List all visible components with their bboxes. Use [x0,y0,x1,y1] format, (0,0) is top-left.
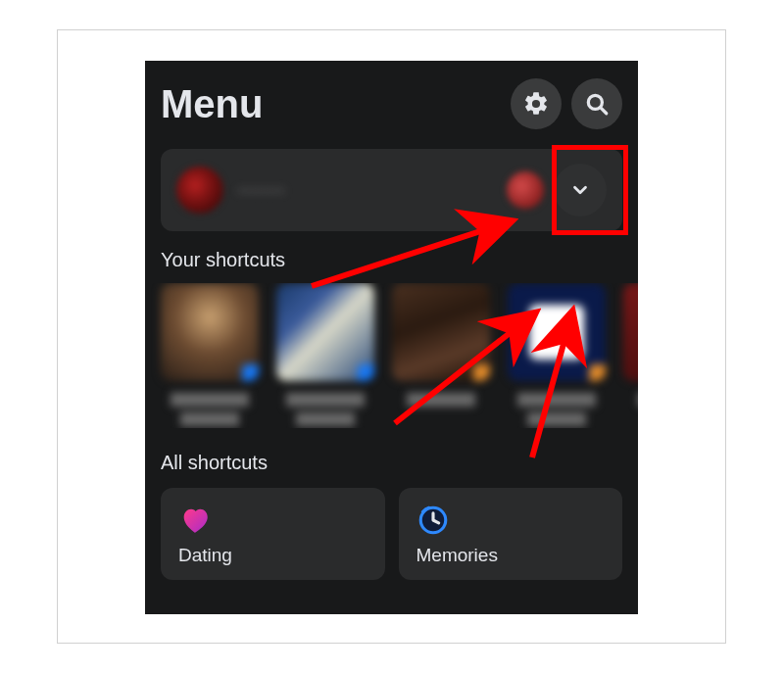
shortcut-item[interactable] [276,283,374,428]
shortcut-label [276,393,374,428]
shortcut-thumbnail [508,283,606,381]
all-shortcuts-row: Dating Memories [145,488,638,580]
expand-profiles-button[interactable] [554,164,607,216]
avatar [176,167,223,214]
shortcut-label [508,393,606,428]
menu-screen: Menu ········ Your shortcuts [145,61,638,614]
tile-memories[interactable]: Memories [399,488,623,580]
chevron-down-icon [569,179,591,201]
your-shortcuts-row [145,283,638,428]
shortcut-label [392,393,490,428]
shortcut-item[interactable] [623,283,638,428]
shortcut-thumbnail [276,283,374,381]
your-shortcuts-heading: Your shortcuts [145,249,638,283]
secondary-avatar [507,171,544,209]
shortcut-item[interactable] [508,283,606,428]
shortcut-thumbnail [161,283,259,381]
shortcut-thumbnail [392,283,490,381]
shortcut-item[interactable] [392,283,490,428]
profile-switcher-card[interactable]: ········ [161,149,622,231]
clock-icon [416,504,450,537]
tile-label: Memories [416,545,606,566]
shortcut-label [623,393,638,428]
menu-header: Menu [145,61,638,149]
settings-button[interactable] [511,78,562,129]
shortcut-item[interactable] [161,283,259,428]
shortcut-label [161,393,259,428]
shortcut-thumbnail [623,283,638,381]
heart-icon [178,504,212,537]
all-shortcuts-heading: All shortcuts [145,428,638,488]
svg-line-1 [601,108,606,113]
profile-name: ········ [237,177,507,203]
search-icon [584,91,610,117]
page-title: Menu [161,82,501,126]
gear-icon [522,90,550,118]
search-button[interactable] [571,78,622,129]
tile-label: Dating [178,545,368,566]
tile-dating[interactable]: Dating [161,488,385,580]
